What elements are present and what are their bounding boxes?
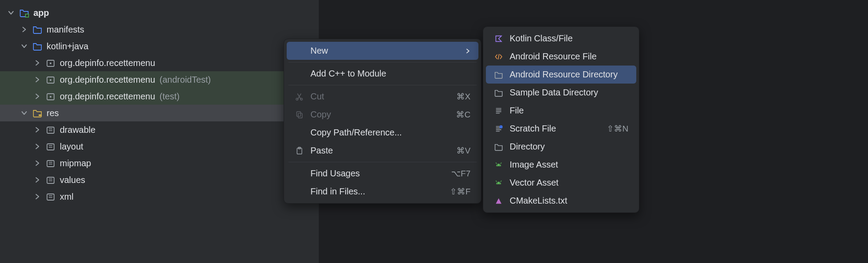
chevron-right-icon	[33, 93, 41, 99]
folder-icon	[494, 88, 503, 97]
tree-item-package-androidtest[interactable]: org.depinfo.recettemenu (androidTest)	[0, 71, 319, 88]
menu-item-resource-file[interactable]: Android Resource File	[486, 47, 636, 66]
tree-item-res[interactable]: res	[0, 105, 319, 121]
resource-folder-icon	[33, 108, 42, 118]
menu-separator	[288, 62, 477, 62]
chevron-down-icon	[7, 10, 15, 16]
chevron-down-icon	[20, 110, 28, 116]
chevron-right-icon	[33, 194, 41, 200]
menu-label: Paste	[310, 146, 450, 156]
menu-item-new[interactable]: New	[287, 42, 478, 60]
menu-label: Kotlin Class/File	[510, 33, 628, 44]
menu-item-find-usages[interactable]: Find Usages ⌥F7	[287, 164, 478, 183]
resource-dir-icon	[46, 142, 55, 151]
tree-item-mipmap[interactable]: mipmap	[0, 155, 319, 172]
menu-shortcut: ⇧⌘N	[607, 124, 628, 134]
tree-label: org.depinfo.recettemenu	[60, 58, 155, 68]
menu-shortcut: ⌥F7	[451, 168, 470, 179]
chevron-down-icon	[20, 43, 28, 49]
tree-label: kotlin+java	[47, 41, 88, 51]
file-icon	[494, 106, 503, 115]
menu-item-paste[interactable]: Paste ⌘V	[287, 142, 478, 160]
menu-item-kotlin-class[interactable]: Kotlin Class/File	[486, 29, 636, 47]
resource-dir-icon	[46, 192, 55, 201]
tree-item-drawable[interactable]: drawable	[0, 121, 319, 138]
menu-item-find-in-files[interactable]: Find in Files... ⇧⌘F	[287, 183, 478, 201]
tree-label: app	[33, 8, 49, 18]
tree-suffix: (androidTest)	[160, 75, 211, 85]
menu-item-vector-asset[interactable]: Vector Asset	[486, 174, 636, 192]
tree-label: xml	[60, 192, 73, 202]
copy-icon	[295, 110, 304, 119]
project-tree[interactable]: app manifests kotlin+java org.depinfo.re…	[0, 0, 319, 205]
tree-label: res	[47, 108, 59, 118]
menu-item-copy: Copy ⌘C	[287, 106, 478, 124]
menu-label: Android Resource File	[510, 51, 628, 62]
menu-label: Copy	[310, 110, 450, 120]
menu-item-file[interactable]: File	[486, 102, 636, 120]
tree-item-app[interactable]: app	[0, 4, 319, 21]
tree-item-xml[interactable]: xml	[0, 188, 319, 205]
menu-shortcut: ⌘C	[456, 110, 470, 120]
menu-separator	[288, 85, 477, 85]
menu-label: Android Resource Directory	[510, 69, 628, 80]
tree-label: values	[60, 175, 85, 185]
chevron-right-icon	[20, 26, 28, 33]
tree-item-package-test[interactable]: org.depinfo.recettemenu (test)	[0, 88, 319, 105]
tree-item-package-main[interactable]: org.depinfo.recettemenu	[0, 55, 319, 71]
tree-label: org.depinfo.recettemenu	[60, 75, 155, 85]
tree-label: mipmap	[60, 158, 91, 168]
folder-icon	[494, 70, 503, 79]
folder-icon	[494, 142, 503, 151]
menu-item-add-cpp[interactable]: Add C++ to Module	[287, 65, 478, 83]
package-icon	[46, 91, 55, 101]
menu-label: Image Asset	[510, 160, 628, 170]
triangle-icon	[494, 197, 503, 205]
menu-label: Directory	[510, 142, 628, 152]
menu-label: Find in Files...	[310, 186, 444, 197]
menu-label: Find Usages	[310, 168, 445, 179]
chevron-right-icon	[33, 60, 41, 66]
menu-label: Cut	[310, 91, 450, 102]
tree-label: manifests	[47, 25, 84, 35]
menu-item-sample-data[interactable]: Sample Data Directory	[486, 84, 636, 102]
menu-shortcut: ⌘V	[456, 146, 470, 156]
android-icon	[494, 179, 503, 187]
tree-item-values[interactable]: values	[0, 172, 319, 188]
menu-label: New	[310, 46, 459, 56]
context-menu[interactable]: New Add C++ to Module Cut ⌘X Copy ⌘C Cop…	[284, 39, 481, 204]
menu-item-copy-path[interactable]: Copy Path/Reference...	[287, 124, 478, 142]
menu-shortcut: ⌘X	[456, 91, 470, 102]
chevron-right-icon	[33, 143, 41, 150]
menu-item-cmakelists[interactable]: CMakeLists.txt	[486, 192, 636, 210]
folder-icon	[33, 41, 42, 51]
tree-item-manifests[interactable]: manifests	[0, 21, 319, 38]
menu-label: Sample Data Directory	[510, 88, 628, 98]
menu-item-resource-directory[interactable]: Android Resource Directory	[486, 66, 636, 84]
scratch-file-icon	[494, 124, 503, 133]
new-submenu[interactable]: Kotlin Class/File Android Resource File …	[483, 26, 639, 213]
menu-label: Add C++ to Module	[310, 69, 470, 79]
menu-label: Copy Path/Reference...	[310, 128, 470, 138]
folder-icon	[33, 25, 42, 34]
tree-item-layout[interactable]: layout	[0, 138, 319, 155]
cut-icon	[295, 92, 304, 101]
resource-dir-icon	[46, 158, 55, 168]
menu-item-directory[interactable]: Directory	[486, 138, 636, 156]
menu-separator	[288, 162, 477, 162]
tree-label: org.depinfo.recettemenu	[60, 91, 155, 102]
tree-label: layout	[60, 142, 83, 152]
menu-item-image-asset[interactable]: Image Asset	[486, 156, 636, 174]
module-folder-icon	[19, 8, 29, 18]
tree-item-kotlin-java[interactable]: kotlin+java	[0, 38, 319, 55]
menu-label: File	[510, 106, 628, 116]
menu-label: CMakeLists.txt	[510, 196, 628, 206]
menu-item-cut: Cut ⌘X	[287, 88, 478, 106]
chevron-right-icon	[33, 127, 41, 133]
chevron-right-icon	[33, 77, 41, 83]
menu-label: Vector Asset	[510, 178, 628, 188]
menu-shortcut: ⇧⌘F	[450, 186, 470, 197]
resource-dir-icon	[46, 175, 55, 185]
menu-label: Scratch File	[510, 124, 601, 134]
menu-item-scratch-file[interactable]: Scratch File ⇧⌘N	[486, 120, 636, 138]
